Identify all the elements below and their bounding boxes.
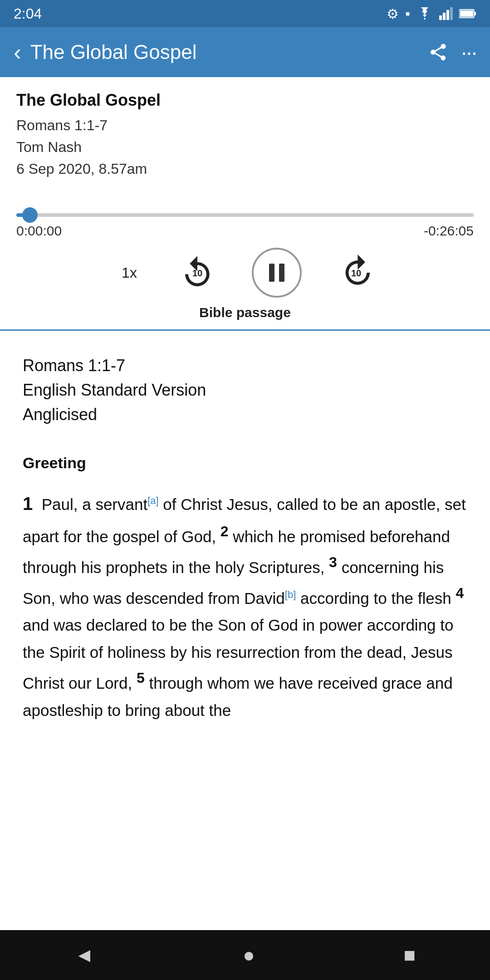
- svg-text:10: 10: [192, 268, 202, 278]
- settings-icon: ⚙: [387, 6, 399, 22]
- svg-rect-0: [439, 15, 442, 20]
- bible-section: Romans 1:1-7 English Standard Version An…: [0, 331, 490, 930]
- back-button[interactable]: ‹: [14, 39, 21, 65]
- bottom-navigation: ◄ ● ■: [0, 930, 490, 980]
- verse-1-number: 1: [23, 494, 33, 514]
- sermon-passage: Romans 1:1-7: [16, 114, 474, 136]
- status-icons: ⚙ ▪: [387, 6, 476, 22]
- bible-heading: Romans 1:1-7 English Standard Version An…: [23, 353, 467, 427]
- svg-rect-6: [474, 12, 476, 15]
- speed-button[interactable]: 1x: [116, 265, 143, 281]
- bible-heading-line3: Anglicised: [23, 405, 97, 424]
- svg-rect-2: [446, 10, 449, 20]
- verse-5-number: 5: [137, 670, 145, 686]
- footnote-a[interactable]: [a]: [147, 495, 158, 506]
- svg-rect-1: [443, 13, 446, 20]
- section-heading: Greeting: [23, 454, 467, 472]
- bible-passage-label[interactable]: Bible passage: [16, 305, 474, 320]
- nav-home-button[interactable]: ●: [243, 944, 255, 966]
- share-icon[interactable]: [428, 42, 448, 62]
- svg-rect-3: [450, 7, 453, 20]
- sermon-speaker: Tom Nash: [16, 136, 474, 158]
- battery-icon: [459, 9, 476, 19]
- app-bar: ‹ The Global Gospel ···: [0, 27, 490, 77]
- signal-icon: [439, 7, 453, 20]
- sermon-title: The Global Gospel: [16, 91, 474, 110]
- progress-bar[interactable]: [16, 213, 474, 217]
- remaining-time: -0:26:05: [424, 223, 474, 239]
- app-bar-actions: ···: [428, 40, 476, 65]
- forward-10-button[interactable]: 10: [338, 255, 374, 291]
- status-time: 2:04: [14, 5, 42, 22]
- sermon-date: 6 Sep 2020, 8.57am: [16, 158, 474, 180]
- svg-rect-5: [460, 10, 473, 17]
- svg-text:10: 10: [351, 268, 361, 278]
- progress-thumb[interactable]: [22, 207, 38, 223]
- sermon-info: The Global Gospel Romans 1:1-7 Tom Nash …: [0, 77, 490, 192]
- status-bar: 2:04 ⚙ ▪: [0, 0, 490, 27]
- footnote-b[interactable]: [b]: [285, 589, 296, 600]
- current-time: 0:00:00: [16, 223, 62, 239]
- bible-text: 1 Paul, a servant[a] of Christ Jesus, ca…: [23, 488, 467, 724]
- sim-icon: ▪: [405, 6, 410, 21]
- replay-10-button[interactable]: 10: [179, 255, 216, 291]
- verse-3-number: 3: [329, 554, 337, 570]
- pause-icon: [269, 264, 284, 282]
- more-options-icon[interactable]: ···: [461, 40, 476, 65]
- playback-controls: 1x 10 10: [16, 248, 474, 298]
- verse-4-number: 4: [456, 585, 464, 601]
- bible-heading-line2: English Standard Version: [23, 381, 206, 399]
- verse-2-number: 2: [220, 523, 229, 539]
- time-row: 0:00:00 -0:26:05: [16, 223, 474, 239]
- pause-button[interactable]: [252, 248, 302, 298]
- app-bar-title: The Global Gospel: [30, 41, 428, 64]
- wifi-icon: [416, 7, 433, 20]
- nav-back-button[interactable]: ◄: [74, 944, 94, 966]
- nav-recents-button[interactable]: ■: [404, 944, 416, 966]
- audio-player: 0:00:00 -0:26:05 1x 10 10 Bible passa: [0, 192, 490, 329]
- bible-heading-line1: Romans 1:1-7: [23, 356, 125, 375]
